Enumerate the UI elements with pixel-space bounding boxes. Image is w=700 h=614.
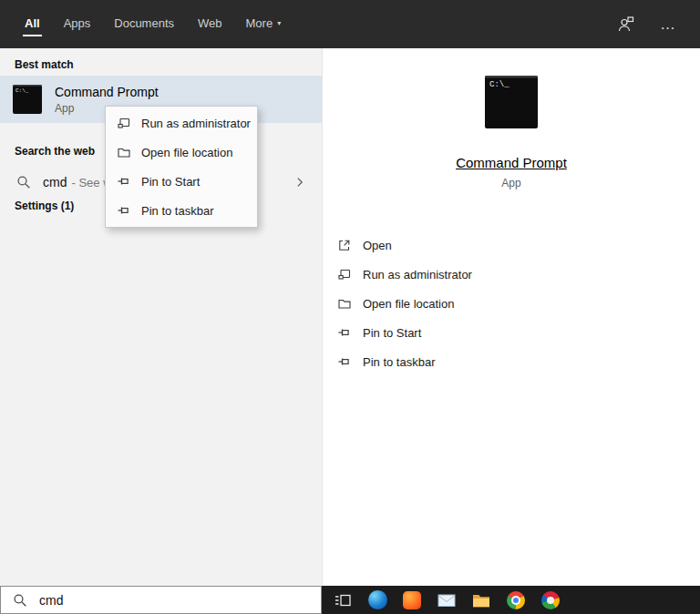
edge-icon [368, 590, 387, 609]
tab-apps-label: Apps [64, 16, 91, 30]
run-as-admin-icon [117, 116, 131, 130]
pin-icon [337, 354, 352, 369]
chrome-icon [507, 591, 525, 609]
action-label: Open [363, 239, 392, 252]
action-label: Run as administrator [363, 268, 472, 281]
search-filter-bar: All Apps Documents Web More ▾ [0, 0, 700, 48]
task-view-button[interactable] [325, 586, 360, 614]
search-icon [16, 175, 31, 189]
chrome-button[interactable] [499, 586, 533, 614]
tab-more-label: More [246, 16, 273, 30]
file-location-icon [337, 296, 352, 311]
edge-button[interactable] [360, 586, 395, 614]
tab-web[interactable]: Web [196, 12, 224, 36]
action-pin-to-start[interactable]: Pin to Start [323, 318, 700, 347]
run-as-admin-icon [337, 267, 352, 281]
menu-item-label: Run as administrator [141, 117, 251, 130]
pin-icon [337, 325, 352, 340]
context-menu: Run as administrator Open file location … [105, 106, 258, 228]
menu-item-run-as-administrator[interactable]: Run as administrator [106, 108, 257, 138]
results-panel: Best match Command Prompt App Search the… [0, 48, 322, 586]
search-icon [13, 593, 27, 608]
preview-panel: Command Prompt App Open [322, 48, 700, 586]
mail-icon [438, 593, 456, 608]
command-prompt-icon [13, 85, 42, 114]
menu-item-label: Open file location [141, 146, 232, 159]
tab-all[interactable]: All [23, 12, 42, 36]
windows-search-flyout: All Apps Documents Web More ▾ [0, 0, 700, 614]
action-label: Open file location [363, 297, 454, 311]
command-prompt-icon-large [485, 76, 538, 128]
web-result-text: cmd- See w [43, 175, 112, 189]
best-match-title: Command Prompt [55, 85, 159, 99]
tab-more[interactable]: More ▾ [244, 12, 283, 36]
pin-icon [117, 174, 131, 189]
header-right-controls: … [616, 15, 687, 34]
action-pin-to-taskbar[interactable]: Pin to taskbar [323, 347, 700, 376]
section-best-match: Best match [15, 58, 74, 71]
file-location-icon [117, 145, 131, 159]
action-run-as-administrator[interactable]: Run as administrator [323, 260, 700, 289]
menu-item-pin-to-start[interactable]: Pin to Start [106, 167, 257, 196]
preview-actions: Open Run as administrator Open file l [323, 230, 700, 376]
section-settings: Settings (1) [15, 200, 74, 212]
preview-subtitle: App [323, 177, 700, 189]
filter-tabs: All Apps Documents Web More ▾ [13, 0, 293, 48]
tab-documents[interactable]: Documents [112, 12, 176, 36]
search-input[interactable] [39, 593, 267, 608]
menu-item-open-file-location[interactable]: Open file location [106, 138, 257, 167]
more-options-icon[interactable]: … [660, 16, 676, 32]
orange-app-icon [403, 591, 421, 609]
tab-documents-label: Documents [114, 16, 174, 30]
task-view-icon [334, 591, 352, 609]
tab-all-label: All [25, 16, 40, 30]
menu-item-label: Pin to taskbar [141, 204, 214, 218]
file-explorer-icon [472, 592, 490, 609]
preview-title: Command Prompt [323, 155, 700, 170]
taskbar-search-box[interactable] [0, 586, 322, 614]
tab-apps[interactable]: Apps [62, 12, 93, 36]
mail-button[interactable] [429, 586, 464, 614]
open-icon [337, 238, 352, 252]
section-search-the-web: Search the web [15, 145, 95, 158]
action-label: Pin to taskbar [363, 355, 436, 369]
colorful-app-button[interactable] [533, 586, 568, 614]
chevron-right-icon[interactable] [289, 171, 311, 193]
user-icon[interactable] [616, 15, 634, 34]
colorful-app-icon [541, 591, 560, 609]
orange-app-button[interactable] [395, 586, 429, 614]
menu-item-pin-to-taskbar[interactable]: Pin to taskbar [106, 196, 257, 225]
tab-web-label: Web [198, 16, 222, 30]
menu-item-label: Pin to Start [141, 175, 200, 189]
web-result-query: cmd [43, 175, 67, 189]
file-explorer-button[interactable] [464, 586, 499, 614]
action-label: Pin to Start [363, 326, 421, 340]
pin-icon [117, 203, 131, 218]
action-open-file-location[interactable]: Open file location [323, 289, 700, 318]
action-open[interactable]: Open [323, 230, 700, 260]
chevron-down-icon: ▾ [277, 20, 281, 27]
taskbar [322, 586, 700, 614]
